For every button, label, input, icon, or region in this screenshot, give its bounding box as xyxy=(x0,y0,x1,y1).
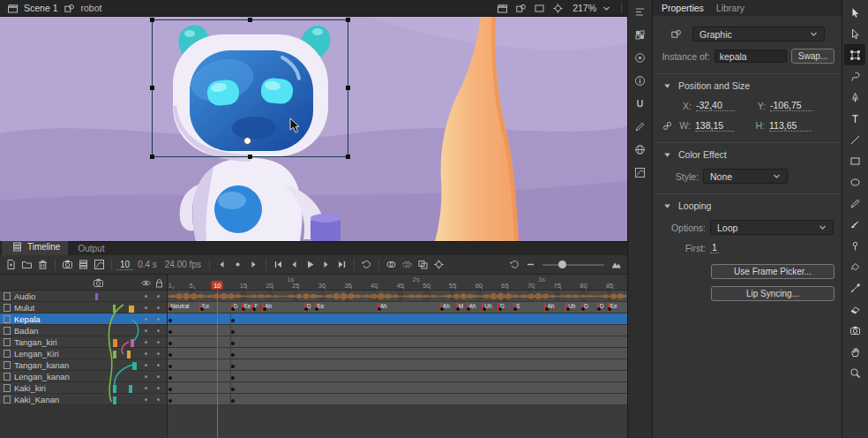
symbol-type-select[interactable]: Graphic xyxy=(692,26,825,42)
play-button[interactable] xyxy=(303,257,318,273)
layer-lock-dot[interactable] xyxy=(157,295,160,298)
selection-handle-s[interactable] xyxy=(248,155,252,159)
eraser-tool[interactable] xyxy=(844,298,865,320)
frames-row-Kaki_Kanan[interactable] xyxy=(168,394,627,405)
frames-row-Tangan_kiri[interactable] xyxy=(168,336,627,348)
paint-bucket-tool[interactable] xyxy=(844,256,865,277)
selection-handle-ne[interactable] xyxy=(346,18,350,22)
camera-tool[interactable] xyxy=(844,320,865,341)
w-value[interactable]: 138,15 xyxy=(695,120,734,132)
timeline-ruler[interactable]: 1s2s3s1510152025303540455055606570758085 xyxy=(168,275,627,291)
zoom-select[interactable]: 217% xyxy=(569,2,617,15)
layer-lock-dot[interactable] xyxy=(157,329,160,332)
swap-button[interactable]: Swap... xyxy=(791,49,834,64)
tab-output[interactable]: Output xyxy=(70,243,112,255)
layer-row-Audio[interactable]: Audio xyxy=(0,291,167,302)
looping-section-header[interactable]: Looping xyxy=(653,193,842,213)
hand-tool[interactable] xyxy=(844,341,865,362)
edit-symbols-icon[interactable] xyxy=(513,1,528,15)
onion-skin-outlines-button[interactable] xyxy=(400,257,415,273)
transform-origin-point[interactable] xyxy=(243,137,251,145)
layer-lock-dot[interactable] xyxy=(157,352,160,355)
layer-lock-dot[interactable] xyxy=(157,375,160,378)
new-folder-button[interactable] xyxy=(19,257,34,273)
layer-row-Badan[interactable]: Badan xyxy=(0,325,167,336)
current-frame-indicator[interactable]: 10 xyxy=(116,260,133,270)
rectangle-tool[interactable] xyxy=(844,150,865,171)
layer-visibility-dot[interactable] xyxy=(145,387,147,389)
frames-row-Lengan_kanan[interactable] xyxy=(168,371,627,382)
text-tool[interactable] xyxy=(844,108,865,129)
layer-lock-dot[interactable] xyxy=(157,364,160,366)
add-camera-button[interactable] xyxy=(60,257,75,273)
frames-row-Lengan_Kiri[interactable] xyxy=(168,348,627,359)
link-width-height-icon[interactable] xyxy=(660,118,674,132)
timeline-zoom-slider[interactable] xyxy=(542,259,604,271)
layer-parenting-button[interactable] xyxy=(76,257,91,273)
instance-name-field[interactable]: kepala xyxy=(715,49,787,63)
layer-row-Kaki_kiri[interactable]: Kaki_kiri xyxy=(0,382,167,394)
brush-library-panel-icon[interactable] xyxy=(632,119,648,133)
subselection-tool[interactable] xyxy=(844,23,865,44)
go-to-last-frame-button[interactable] xyxy=(334,257,349,273)
stage[interactable] xyxy=(0,17,627,241)
layer-row-Tangan_kanan[interactable]: Tangan_kanan xyxy=(0,359,167,371)
paint-brush-tool[interactable] xyxy=(844,214,865,235)
layer-visibility-dot[interactable] xyxy=(145,341,147,344)
layer-row-Lengan_kanan[interactable]: Lengan_kanan xyxy=(0,371,167,382)
first-frame-value[interactable]: 1 xyxy=(710,242,719,253)
layer-lock-dot[interactable] xyxy=(157,341,160,344)
pen-tool[interactable] xyxy=(844,87,865,108)
auto-keyframe-button[interactable] xyxy=(230,257,245,273)
layer-lock-dot[interactable] xyxy=(157,318,160,321)
step-forward-button[interactable] xyxy=(318,257,333,273)
timeline-zoom-out-button[interactable] xyxy=(523,257,538,273)
tab-properties[interactable]: Properties xyxy=(662,3,704,13)
zoom-tool[interactable] xyxy=(844,362,865,383)
edit-scene-icon[interactable] xyxy=(495,1,509,15)
eyedropper-tool[interactable] xyxy=(844,277,865,298)
h-value[interactable]: 113,65 xyxy=(769,120,812,132)
center-playhead-button[interactable] xyxy=(431,257,446,273)
frames-row-Kaki_kiri[interactable] xyxy=(168,382,627,394)
color-panel-icon[interactable] xyxy=(632,50,648,64)
motion-editor-button[interactable] xyxy=(92,257,107,273)
camera-column-icon[interactable] xyxy=(92,276,104,289)
align-panel-icon[interactable] xyxy=(632,4,648,19)
free-transform-tool[interactable] xyxy=(844,44,865,65)
magnet-panel-icon[interactable] xyxy=(632,96,648,110)
frames-row-Mulut[interactable]: NeutralEeDEeFAhDEeAhAhMAhUhDSAhUhDDEe xyxy=(168,302,627,313)
selection-handle-nw[interactable] xyxy=(150,18,154,22)
layer-visibility-dot[interactable] xyxy=(145,306,147,309)
frames-area[interactable]: 1s2s3s1510152025303540455055606570758085… xyxy=(168,275,627,438)
layer-row-Kepala[interactable]: Kepala xyxy=(0,313,167,325)
show-hide-all-icon[interactable] xyxy=(139,276,152,289)
layer-row-Kaki_Kanan[interactable]: Kaki_Kanan xyxy=(0,394,167,405)
step-back-button[interactable] xyxy=(287,257,302,273)
layer-visibility-dot[interactable] xyxy=(145,295,147,298)
asset-warp-tool[interactable] xyxy=(844,235,865,256)
color-effect-section-header[interactable]: Color Effect xyxy=(653,142,842,162)
selection-tool[interactable] xyxy=(844,2,865,23)
frames-row-Kepala[interactable] xyxy=(168,313,627,325)
reset-timeline-zoom-button[interactable] xyxy=(507,257,522,273)
breadcrumb-scene[interactable]: Scene 1 xyxy=(24,3,58,13)
pencil-tool[interactable] xyxy=(844,193,865,214)
onion-skin-button[interactable] xyxy=(384,257,399,273)
lip-syncing-button[interactable]: Lip Syncing... xyxy=(711,286,834,301)
layer-visibility-dot[interactable] xyxy=(145,375,147,378)
center-stage-icon[interactable] xyxy=(550,1,565,15)
info-panel-icon[interactable] xyxy=(632,73,648,87)
layer-visibility-dot[interactable] xyxy=(145,329,147,332)
layer-row-Lengan_Kiri[interactable]: Lengan_Kiri xyxy=(0,348,167,359)
layer-lock-dot[interactable] xyxy=(157,387,160,389)
frames-row-Badan[interactable] xyxy=(168,325,627,336)
oval-tool[interactable] xyxy=(844,171,865,193)
swatches-panel-icon[interactable] xyxy=(632,27,648,42)
go-to-first-frame-button[interactable] xyxy=(271,257,286,273)
globe-panel-icon[interactable] xyxy=(632,142,648,156)
delete-layer-button[interactable] xyxy=(35,257,50,273)
use-frame-picker-button[interactable]: Use Frame Picker... xyxy=(711,264,834,279)
tab-library[interactable]: Library xyxy=(716,3,745,13)
selection-handle-sw[interactable] xyxy=(150,155,154,159)
